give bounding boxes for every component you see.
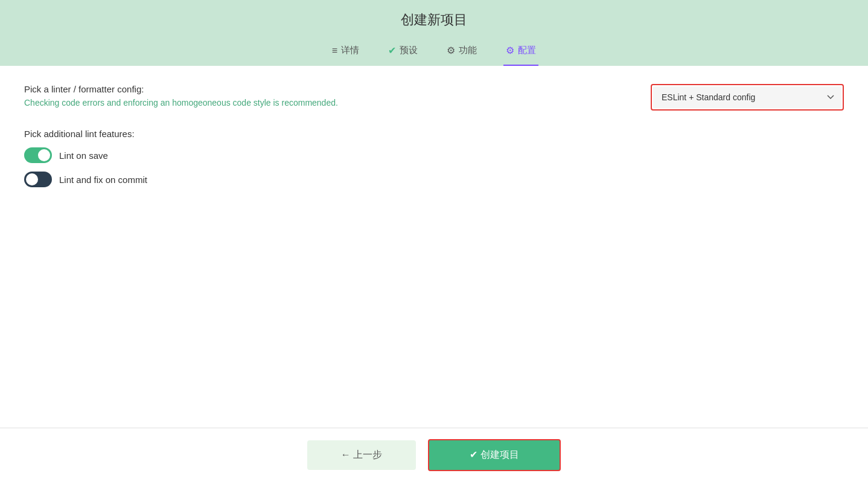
create-button-label: ✔ 创建项目 — [470, 449, 519, 461]
tab-config[interactable]: ⚙ 配置 — [503, 39, 538, 66]
lint-fix-on-commit-label: Lint and fix on commit — [59, 175, 147, 185]
bottom-bar: ← 上一步 ✔ 创建项目 — [0, 428, 868, 482]
linter-hint: Checking code errors and enforcing an ho… — [24, 98, 651, 108]
page-title: 创建新项目 — [401, 11, 467, 29]
linter-section: Pick a linter / formatter config: Checki… — [24, 84, 844, 111]
prev-button[interactable]: ← 上一步 — [307, 440, 416, 470]
list-icon: ≡ — [332, 45, 337, 56]
linter-label: Pick a linter / formatter config: — [24, 84, 651, 94]
header: 创建新项目 ≡ 详情 ✔ 预设 ⚙ 功能 ⚙ 配置 — [0, 0, 868, 66]
linter-label-group: Pick a linter / formatter config: Checki… — [24, 84, 651, 108]
create-project-button[interactable]: ✔ 创建项目 — [428, 439, 561, 471]
toggle-thumb-lint-commit — [26, 173, 38, 185]
tab-features[interactable]: ⚙ 功能 — [444, 39, 479, 66]
lint-features-label: Pick additional lint features: — [24, 129, 844, 139]
tab-details-label: 详情 — [341, 45, 359, 56]
lint-features-section: Pick additional lint features: Lint on s… — [24, 129, 844, 196]
tab-bar: ≡ 详情 ✔ 预设 ⚙ 功能 ⚙ 配置 — [318, 39, 550, 66]
tab-preset[interactable]: ✔ 预设 — [386, 39, 420, 66]
lint-on-save-toggle[interactable] — [24, 147, 52, 163]
tab-features-label: 功能 — [459, 45, 477, 56]
gear-icon: ⚙ — [506, 45, 514, 56]
linter-select[interactable]: ESLint + Standard config ESLint + Airbnb… — [653, 86, 841, 108]
fork-icon: ⚙ — [447, 45, 455, 56]
prev-button-label: ← 上一步 — [341, 449, 382, 461]
linter-select-wrapper: ESLint + Standard config ESLint + Airbnb… — [651, 84, 844, 111]
lint-on-save-row: Lint on save — [24, 147, 844, 163]
main-content: Pick a linter / formatter config: Checki… — [0, 66, 868, 428]
lint-fix-on-commit-row: Lint and fix on commit — [24, 172, 844, 187]
check-circle-icon: ✔ — [388, 45, 396, 56]
tab-config-label: 配置 — [518, 45, 536, 56]
lint-on-save-label: Lint on save — [59, 150, 108, 161]
tab-preset-label: 预设 — [400, 45, 418, 56]
lint-fix-on-commit-toggle[interactable] — [24, 172, 52, 187]
toggle-thumb-lint-save — [38, 149, 50, 161]
tab-details[interactable]: ≡ 详情 — [330, 39, 362, 66]
